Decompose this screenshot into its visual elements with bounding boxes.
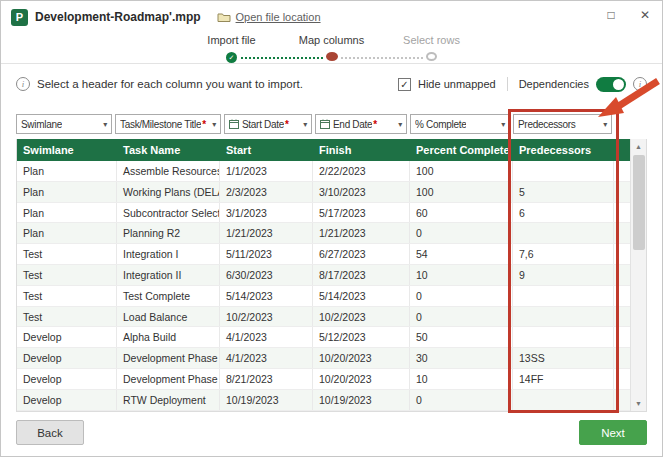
next-button[interactable]: Next [579, 420, 647, 445]
table-cell: Plan [17, 203, 117, 223]
dropdown-label: End Date [333, 119, 372, 130]
mapping-dropdown-task-milestone-title[interactable]: Task/Milestone Title*▾ [115, 114, 221, 134]
table-row[interactable]: DevelopDevelopment Phase II8/21/202310/2… [17, 369, 630, 390]
dropdown-label: % Complete [415, 119, 466, 130]
column-header-percent-complete: Percent Complete [410, 139, 513, 161]
table-cell: 9 [513, 265, 614, 285]
step-dot-active [326, 52, 338, 61]
table-cell: 14FF [513, 369, 614, 389]
table-row[interactable]: PlanAssemble Resources1/1/20232/22/20231… [17, 161, 630, 182]
step-dot-pending [426, 52, 437, 61]
mapping-dropdown-complete[interactable]: % Complete▾ [410, 114, 510, 134]
table-row[interactable]: PlanWorking Plans (DELAY...2/3/20233/10/… [17, 182, 630, 203]
mapping-row: Swimlane▾Task/Milestone Title*▾Start Dat… [16, 114, 647, 134]
hide-unmapped-checkbox[interactable]: ✓ [398, 78, 411, 91]
table-cell: Develop [17, 390, 117, 410]
step-label: Import file [207, 33, 255, 47]
table-cell-filler [614, 327, 631, 347]
table-cell: 10/2/2023 [220, 307, 313, 327]
table-cell-filler [614, 348, 631, 368]
toggle-knob [613, 79, 624, 90]
table-cell-filler [614, 390, 631, 410]
table-cell: 13SS [513, 348, 614, 368]
vertical-divider [507, 77, 508, 91]
hide-unmapped-label: Hide unmapped [418, 78, 496, 90]
step-connector [241, 57, 323, 59]
dependencies-label: Dependencies [519, 78, 589, 90]
divider [1, 63, 662, 64]
step-label: Map columns [299, 33, 364, 47]
table-cell: 10/19/2023 [220, 390, 313, 410]
table-row[interactable]: DevelopAlpha Build4/1/20235/12/202350 [17, 327, 630, 348]
table-cell: Develop [17, 369, 117, 389]
table-row[interactable]: TestIntegration I5/11/20236/27/2023547,6 [17, 244, 630, 265]
table-cell: Alpha Build [117, 327, 220, 347]
table-cell-filler [614, 203, 631, 223]
chevron-down-icon: ▾ [600, 120, 607, 129]
scroll-down-button[interactable]: ▼ [631, 396, 646, 411]
table-cell-filler [614, 307, 631, 327]
open-file-location-link[interactable]: Open file location [236, 11, 321, 23]
column-header-filler [614, 139, 631, 161]
chevron-down-icon: ▾ [100, 120, 107, 129]
mapping-dropdown-swimlane[interactable]: Swimlane▾ [16, 114, 112, 134]
step-select-rows[interactable]: Select rows [382, 33, 482, 61]
table-cell: 0 [410, 307, 513, 327]
table-cell: Test Complete [117, 286, 220, 306]
dependencies-info-icon[interactable]: i [633, 77, 647, 91]
mapping-dropdown-predecessors[interactable]: Predecessors▾ [513, 114, 612, 134]
table-cell: 3/10/2023 [313, 182, 410, 202]
close-button[interactable]: ✕ [628, 1, 662, 29]
table-cell: Integration II [117, 265, 220, 285]
table-cell: 5/14/2023 [313, 286, 410, 306]
calendar-icon [320, 119, 330, 129]
table-cell: Integration I [117, 244, 220, 264]
table-cell: Test [17, 265, 117, 285]
table-row[interactable]: TestLoad Balance10/2/202310/2/20230 [17, 307, 630, 328]
table-cell: Test [17, 244, 117, 264]
window-title: Development-Roadmap'.mpp [35, 10, 201, 24]
dependencies-toggle[interactable] [596, 77, 626, 92]
chevron-down-icon: ▾ [498, 120, 505, 129]
table-cell: 0 [410, 223, 513, 243]
table-cell: 5/17/2023 [313, 203, 410, 223]
table-row[interactable]: DevelopDevelopment Phase I4/1/202310/20/… [17, 348, 630, 369]
table-row[interactable]: DevelopRTW Deployment10/19/202310/19/202… [17, 390, 630, 411]
mapping-dropdown-start-date[interactable]: Start Date*▾ [224, 114, 312, 134]
table-row[interactable]: TestIntegration II6/30/20238/17/2023109 [17, 265, 630, 286]
step-label: Select rows [403, 33, 460, 47]
table-cell-filler [614, 286, 631, 306]
checkmark-icon: ✓ [400, 79, 408, 90]
table-row[interactable]: PlanSubcontractor Selection3/1/20235/17/… [17, 203, 630, 224]
app-icon-letter: P [16, 11, 23, 23]
maximize-button[interactable]: □ [594, 1, 628, 29]
table-cell: 2/22/2023 [313, 161, 410, 181]
table-cell: Assemble Resources [117, 161, 220, 181]
scrollbar-thumb[interactable] [633, 155, 645, 250]
table-cell: 10/19/2023 [313, 390, 410, 410]
table-cell: Plan [17, 223, 117, 243]
info-icon: i [16, 77, 30, 91]
table-cell [513, 307, 614, 327]
column-header-finish: Finish [313, 139, 410, 161]
table-cell: 10/20/2023 [313, 348, 410, 368]
table-cell-filler [614, 161, 631, 181]
table-cell-filler [614, 244, 631, 264]
table-row[interactable]: PlanPlanning R21/21/20231/21/20230 [17, 223, 630, 244]
mapping-dropdown-end-date[interactable]: End Date*▾ [315, 114, 407, 134]
table-scrollbar[interactable]: ▲ ▼ [630, 139, 646, 411]
required-asterisk: * [373, 119, 377, 130]
info-row: i Select a header for each column you wa… [1, 72, 662, 96]
table-cell: Develop [17, 348, 117, 368]
table-cell: Development Phase I [117, 348, 220, 368]
dropdown-label: Start Date [242, 119, 284, 130]
scroll-up-button[interactable]: ▲ [631, 139, 646, 154]
table-cell: 6/30/2023 [220, 265, 313, 285]
back-button[interactable]: Back [16, 420, 84, 445]
folder-icon [217, 12, 231, 23]
table-cell: Plan [17, 161, 117, 181]
table-cell [513, 327, 614, 347]
table-row[interactable]: TestTest Complete5/14/20235/14/20230 [17, 286, 630, 307]
table-cell: 1/21/2023 [313, 223, 410, 243]
titlebar: P Development-Roadmap'.mpp Open file loc… [1, 1, 662, 33]
